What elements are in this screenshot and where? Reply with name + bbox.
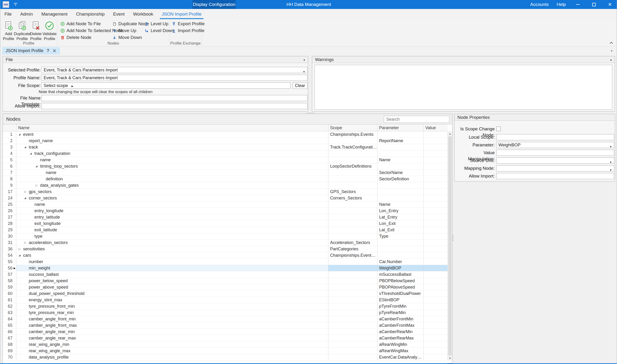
tab-close-icon[interactable]: ✕	[52, 48, 56, 53]
delete-profile-button[interactable]: Delete Profile	[29, 20, 43, 43]
vertical-scrollbar[interactable]: ▲ ▼	[448, 131, 452, 361]
ribbon-tab-json-import-profile[interactable]: JSON Import Profile	[162, 9, 202, 19]
tree-collapsed-icon[interactable]: ▷	[24, 240, 29, 246]
tree-collapsed-icon[interactable]: ▷	[24, 189, 29, 195]
tab-overflow-icon[interactable]: ▼	[610, 50, 613, 52]
tree-expanded-icon[interactable]: ◢	[24, 144, 29, 150]
tree-expanded-icon[interactable]: ◢	[36, 163, 40, 169]
table-row[interactable]: 65camber_angle_front_maxaCamberFrontMax	[3, 322, 448, 329]
quick-access-dropdown-icon[interactable]: ▼	[14, 3, 17, 6]
table-row[interactable]: 4◢track_configuration	[3, 150, 448, 157]
source-unit-dropdown[interactable]: ▼	[496, 157, 614, 164]
app-icon[interactable]: HH	[3, 1, 9, 8]
ribbon-tab-file[interactable]: File	[4, 9, 12, 19]
ribbon-collapse-icon[interactable]	[609, 41, 614, 44]
local-scope-input[interactable]	[496, 134, 614, 140]
minimize-button[interactable]	[574, 0, 582, 9]
tab-json-import-profile[interactable]: JSON Import Profile ? ✕	[2, 47, 60, 54]
table-row[interactable]: 62tyre_pressure_front_minpTyreFrontMin	[3, 303, 448, 310]
table-row[interactable]: 31▷acceleration_sectorsAcceleration_Sect…	[3, 240, 448, 246]
export-profile-button[interactable]: Export Profile	[172, 21, 205, 26]
table-row[interactable]: 29exit_latitudeLat_Exit	[3, 227, 448, 233]
ribbon-tab-workbook[interactable]: Workbook	[133, 9, 153, 19]
mapping-node-dropdown[interactable]: ▼	[496, 165, 614, 171]
table-row[interactable]: 28exit_longitudeLon_Exit	[3, 221, 448, 227]
help-menu[interactable]: Help	[557, 2, 566, 7]
warnings-textarea[interactable]	[315, 65, 612, 110]
tree-collapsed-icon[interactable]: ▷	[19, 246, 23, 252]
table-row[interactable]: 56▶min_weightWeightBOP	[3, 265, 448, 271]
allow-import-node-input[interactable]	[496, 173, 614, 179]
allow-import-input[interactable]	[41, 103, 308, 109]
table-row[interactable]: 8definitionSectorDefinition	[3, 176, 448, 182]
add-profile-button[interactable]: Add Profile	[2, 20, 15, 43]
table-row[interactable]: 17▷gps_sectorsGPS_Sectors	[3, 189, 448, 195]
scroll-down-icon[interactable]: ▼	[448, 356, 452, 361]
column-header-name[interactable]: Name	[16, 124, 328, 131]
table-row[interactable]: 24◢corner_sectorsCorners_Sectors	[3, 195, 448, 201]
table-row[interactable]: 1◢eventChampionships.Events	[3, 131, 448, 138]
table-row[interactable]: 57success_ballastmSuccessBallast	[3, 271, 448, 278]
table-row[interactable]: 69rear_wing_angle_maxaRearWingMax	[3, 348, 448, 354]
table-row[interactable]: 25nameName	[3, 201, 448, 208]
move-down-button[interactable]: Move Down	[112, 35, 149, 40]
table-row[interactable]: 66camber_angle_rear_minaCamberRearMin	[3, 329, 448, 335]
ribbon-tab-championship[interactable]: Championship	[76, 9, 104, 19]
ribbon-tab-management[interactable]: Management	[41, 9, 67, 19]
selected-profile-dropdown[interactable]: Event, Track & Cars Parameters Import ▼	[41, 67, 308, 73]
table-row[interactable]: 58power_below_speedPBOPBelowSpeed	[3, 278, 448, 284]
maximize-button[interactable]	[590, 0, 598, 9]
collapse-panel-icon[interactable]: ▲	[303, 58, 306, 61]
file-name-template-input[interactable]	[41, 95, 308, 101]
table-row[interactable]: 60dual_power_speed_thresholdvThresholdDu…	[3, 290, 448, 297]
tree-expanded-icon[interactable]: ◢	[19, 252, 23, 258]
table-row[interactable]: 3◢trackTrack.TrackConfigurations	[3, 144, 448, 150]
tree-expanded-icon[interactable]: ◢	[30, 150, 34, 156]
vertical-splitter-handle[interactable]	[453, 235, 453, 241]
validate-profile-button[interactable]: Validate Profile	[43, 20, 56, 43]
table-row[interactable]: 67camber_angle_rear_maxaCamberRearMax	[3, 335, 448, 341]
ribbon-tab-admin[interactable]: Admin	[20, 9, 33, 19]
ribbon-tab-event[interactable]: Event	[113, 9, 125, 19]
warnings-panel-header[interactable]: Warnings ▲	[312, 56, 615, 63]
accounts-menu[interactable]: Accounts	[530, 2, 549, 7]
table-row[interactable]: 64camber_angle_front_minaCamberFrontMin	[3, 316, 448, 322]
table-row[interactable]: 63tyre_pressure_rear_minpTyreRearMin	[3, 310, 448, 316]
profile-name-input[interactable]	[41, 75, 308, 81]
search-input[interactable]	[384, 116, 449, 123]
table-row[interactable]: 2report_nameReportName	[3, 138, 448, 144]
file-scope-picker[interactable]: Select scope ▶	[41, 82, 290, 89]
table-row[interactable]: 26entry_longitudeLon_Entry	[3, 208, 448, 214]
tab-help-icon[interactable]: ?	[47, 48, 49, 53]
tree-expanded-icon[interactable]: ◢	[24, 195, 29, 201]
table-row[interactable]: 30typeType	[3, 233, 448, 240]
collapse-panel-icon[interactable]: ▲	[610, 58, 612, 61]
table-row[interactable]: 9▷data_analysis_gates	[3, 182, 448, 189]
column-header-scope[interactable]: Scope	[328, 124, 377, 131]
table-row[interactable]: 6◢timing_loop_sectorsLoopSectorDefinitio…	[3, 163, 448, 169]
duplicate-node-button[interactable]: Duplicate Node	[112, 21, 149, 26]
table-row[interactable]: 54◢carsChampionships.Events.Eve...	[3, 252, 448, 259]
is-scope-change-node-checkbox[interactable]	[496, 127, 501, 131]
move-up-button[interactable]: Move Up	[112, 28, 149, 33]
value-manipulation-input[interactable]	[496, 150, 614, 156]
column-header-parameter[interactable]: Parameter	[377, 124, 424, 131]
duplicate-profile-button[interactable]: Duplicate Profile	[15, 20, 29, 43]
table-row[interactable]: 27entry_latitudeLat_Entry	[3, 214, 448, 221]
table-row[interactable]: 5nameName	[3, 157, 448, 163]
file-panel-header[interactable]: File ▲	[3, 56, 308, 63]
close-button[interactable]: ✕	[606, 0, 614, 9]
table-row[interactable]: 61energy_stint_maxEStintBOP	[3, 297, 448, 303]
table-row[interactable]: 55numberCar.Number	[3, 259, 448, 265]
clear-button[interactable]: Clear	[293, 82, 308, 89]
table-row[interactable]: 7nameSectorName	[3, 169, 448, 176]
parameter-dropdown[interactable]: WeightBOP ▼	[496, 142, 614, 148]
import-profile-button[interactable]: Import Profile	[172, 28, 205, 33]
scrollbar-thumb[interactable]	[448, 136, 452, 355]
tree-collapsed-icon[interactable]: ▷	[36, 182, 40, 188]
table-row[interactable]: 59power_above_speedPBOPAboveSpeed	[3, 284, 448, 290]
horizontal-splitter-handle[interactable]	[307, 113, 314, 113]
column-header-value-manip[interactable]: Value Manip.	[424, 124, 448, 131]
scroll-up-icon[interactable]: ▲	[448, 131, 452, 136]
table-row[interactable]: 68rear_wing_angle_minaRearWingMin	[3, 341, 448, 348]
